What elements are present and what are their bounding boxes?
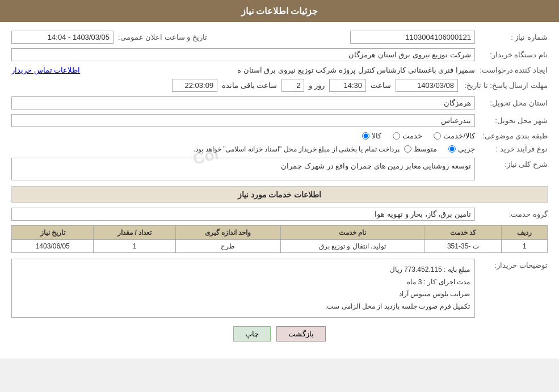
deadline-date-value: 1403/03/08	[396, 79, 458, 92]
purchase-type-row: نوع فرآیند خرید : جزیی متوسط پرداخت تمام…	[11, 145, 548, 153]
purchase-partial-radio[interactable]	[448, 145, 456, 153]
cell-row: 1	[502, 240, 548, 253]
category-options: کالا خدمت کالا/خدمت	[362, 132, 475, 140]
category-both-item[interactable]: کالا/خدمت	[434, 132, 475, 140]
service-group-label: گروه خدمت:	[480, 210, 548, 218]
province-label: استان محل تحویل:	[480, 99, 548, 107]
purchase-options-group: جزیی متوسط	[404, 145, 475, 153]
requester-org-row: نام دستگاه خریدار: شرکت توزیع نیروی برق …	[11, 48, 548, 61]
cell-date: 1403/06/05	[12, 240, 94, 253]
description-label: شرح کلی نیاز:	[480, 158, 548, 168]
purchase-medium-radio[interactable]	[404, 145, 411, 153]
creator-row: ایجاد کننده درخواست: سمیرا فنری باغستانی…	[11, 66, 548, 74]
services-table-body: 1 ت -35-351 تولید، انتقال و توزیع برق طر…	[12, 240, 548, 253]
deadline-remaining-label: ساعت باقی مانده	[222, 81, 277, 90]
category-both-label: کالا/خدمت	[443, 132, 475, 140]
city-label: شهر محل تحویل:	[480, 116, 548, 125]
content-area: شماره نیاز : 1103004106000121 تاریخ و سا…	[0, 22, 559, 359]
deadline-day-label: روز و	[309, 81, 325, 90]
purchase-note: پرداخت تمام یا بخشی از مبلغ خریداز محل "…	[194, 145, 400, 153]
deadline-days-value: 2	[281, 79, 304, 92]
category-service-item[interactable]: خدمت	[393, 132, 422, 140]
purchase-partial-item[interactable]: جزیی	[448, 145, 475, 153]
services-table-header: ردیف کد خدمت نام خدمت واحد اندازه گیری ت…	[12, 226, 548, 240]
table-row: 1 ت -35-351 تولید، انتقال و توزیع برق طر…	[12, 240, 548, 253]
col-code: کد خدمت	[424, 226, 502, 240]
city-value: بندرعباس	[11, 114, 475, 127]
description-value: توسعه روشنایی معابر زمین های چمران واقع …	[11, 158, 475, 180]
creator-prefix: سمیرا فنری باغستانی کارشناس کنترل پروژه …	[85, 66, 475, 74]
requester-org-value: شرکت توزیع نیروی برق استان هرمزگان	[11, 48, 475, 61]
services-section-title: اطلاعات خدمات مورد نیاز	[11, 186, 548, 203]
col-unit: واحد اندازه گیری	[175, 226, 280, 240]
print-button[interactable]: چاپ	[233, 326, 271, 342]
button-row: بازگشت چاپ	[11, 326, 548, 350]
deadline-label: مهلت ارسال پاسخ: تا تاریخ:	[463, 81, 548, 90]
category-kala-item[interactable]: کالا	[362, 132, 381, 140]
purchase-medium-label: متوسط	[414, 145, 437, 153]
province-value: هرمزگان	[11, 96, 475, 109]
deadline-row: مهلت ارسال پاسخ: تا تاریخ: 1403/03/08 سا…	[11, 79, 548, 92]
province-row: استان محل تحویل: هرمزگان	[11, 96, 548, 109]
category-service-radio[interactable]	[393, 132, 400, 140]
cell-name: تولید، انتقال و توزیع برق	[280, 240, 424, 253]
category-kala-radio[interactable]	[362, 132, 369, 140]
service-group-value: تامین برق، گاز، بخار و تهویه هوا	[11, 208, 475, 221]
purchase-medium-item[interactable]: متوسط	[404, 145, 437, 153]
page-wrapper: جزئیات اطلاعات نیاز شماره نیاز : 1103004…	[0, 0, 559, 359]
cell-unit: طرح	[175, 240, 280, 253]
date-range-value: 1403/03/05 - 14:04	[11, 31, 114, 44]
category-label: طبقه بندی موضوعی:	[480, 132, 548, 140]
need-number-value: 1103004106000121	[350, 31, 475, 44]
need-number-row: شماره نیاز : 1103004106000121 تاریخ و سا…	[11, 31, 548, 44]
buyer-desc-label: توضیحات خریدار:	[480, 259, 548, 269]
category-row: طبقه بندی موضوعی: کالا خدمت کالا/خدمت	[11, 132, 548, 140]
deadline-time-label: ساعت	[371, 81, 391, 90]
cell-code: ت -35-351	[424, 240, 502, 253]
col-row: ردیف	[502, 226, 548, 240]
services-table: ردیف کد خدمت نام خدمت واحد اندازه گیری ت…	[11, 225, 548, 253]
cell-qty: 1	[94, 240, 175, 253]
deadline-remaining-value: 22:03:09	[172, 79, 217, 92]
purchase-type-label: نوع فرآیند خرید :	[480, 145, 548, 153]
category-kala-label: کالا	[372, 132, 381, 140]
buyer-desc-row: توضیحات خریدار: مبلغ پایه : 773.452.115 …	[11, 259, 548, 318]
services-header-row: ردیف کد خدمت نام خدمت واحد اندازه گیری ت…	[12, 226, 548, 240]
col-qty: تعداد / مقدار	[94, 226, 175, 240]
category-service-label: خدمت	[402, 132, 422, 140]
date-label: تاریخ و ساعت اعلان عمومی:	[118, 33, 207, 41]
description-row: شرح کلی نیاز: توسعه روشنایی معابر زمین ه…	[11, 158, 548, 180]
city-row: شهر محل تحویل: بندرعباس	[11, 114, 548, 127]
category-both-radio[interactable]	[434, 132, 441, 140]
need-number-label: شماره نیاز :	[480, 33, 548, 41]
purchase-partial-label: جزیی	[458, 145, 475, 153]
service-group-row: گروه خدمت: تامین برق، گاز، بخار و تهویه …	[11, 208, 548, 221]
col-name: نام خدمت	[280, 226, 424, 240]
requester-org-label: نام دستگاه خریدار:	[480, 50, 548, 59]
col-date: تاریخ نیاز	[12, 226, 94, 240]
creator-label: ایجاد کننده درخواست:	[480, 66, 548, 74]
creator-contact-link[interactable]: اطلاعات تماس خریدار	[11, 66, 80, 74]
back-button[interactable]: بازگشت	[276, 326, 326, 342]
deadline-time-value: 14:30	[329, 79, 366, 92]
page-title: جزئیات اطلاعات نیاز	[0, 0, 559, 22]
buyer-desc-value: مبلغ پایه : 773.452.115 ریال مدت اجرای ک…	[11, 259, 475, 318]
